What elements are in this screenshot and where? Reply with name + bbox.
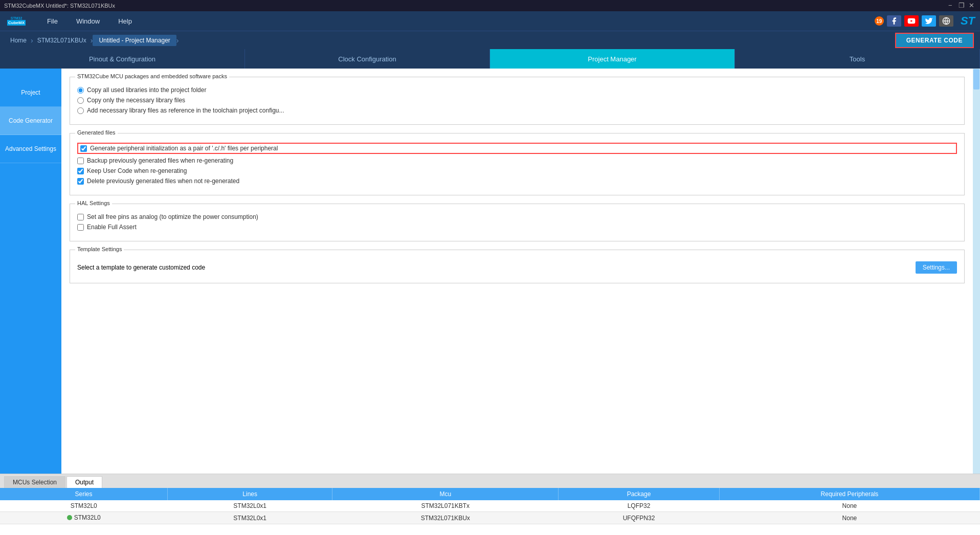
settings-button[interactable]: Settings... [916, 261, 957, 274]
radio-copy-necessary[interactable]: Copy only the necessary library files [77, 97, 957, 104]
sidebar: Project Code Generator Advanced Settings [0, 69, 61, 474]
cell-lines-0: STM32L0x1 [167, 500, 332, 512]
network-icon[interactable] [939, 15, 953, 27]
menu-window[interactable]: Window [67, 11, 109, 31]
mcu-packages-section: STM32Cube MCU packages and embedded soft… [70, 77, 965, 125]
titlebar: STM32CubeMX Untitled*: STM32L071KBUx − ❐… [0, 0, 980, 11]
tab-mcus-selection[interactable]: MCUs Selection [4, 476, 65, 488]
sidebar-item-project[interactable]: Project [0, 79, 61, 107]
restore-button[interactable]: ❐ [959, 2, 966, 9]
output-table: Series Lines Mcu Package Required Periph… [0, 488, 980, 524]
col-mcu: Mcu [332, 488, 559, 500]
titlebar-title: STM32CubeMX Untitled*: STM32L071KBUx [4, 3, 115, 9]
content-area: Project Code Generator Advanced Settings… [0, 69, 980, 474]
selected-row-indicator: STM32L0 [67, 514, 101, 521]
sidebar-item-advanced-settings[interactable]: Advanced Settings [0, 135, 61, 163]
table-row: STM32L0 STM32L0x1 STM32L071KBTx LQFP32 N… [0, 500, 980, 512]
generated-files-legend: Generated files [75, 129, 118, 136]
tab-clock-configuration[interactable]: Clock Configuration [245, 49, 490, 69]
template-label: Select a template to generate customized… [77, 264, 205, 271]
breadcrumb-home[interactable]: Home [6, 37, 31, 44]
youtube-icon[interactable] [904, 15, 919, 27]
output-table-area: Series Lines Mcu Package Required Periph… [0, 488, 980, 535]
mcu-packages-legend: STM32Cube MCU packages and embedded soft… [75, 73, 229, 79]
check-delete-generated[interactable]: Delete previously generated files when n… [77, 177, 957, 185]
right-scrollbar[interactable] [973, 69, 980, 474]
tab-tools[interactable]: Tools [735, 49, 980, 69]
st-logo: ST [961, 14, 975, 28]
generated-files-section: Generated files Generate peripheral init… [70, 133, 965, 195]
twitter-icon[interactable] [922, 15, 936, 27]
col-peripherals: Required Peripherals [719, 488, 979, 500]
cell-mcu-1: STM32L071KBUx [332, 512, 559, 524]
tab-project-manager[interactable]: Project Manager [490, 49, 735, 69]
hal-settings-legend: HAL Settings [75, 200, 112, 206]
breadcrumb-project[interactable]: Untitled - Project Manager [93, 35, 176, 46]
cell-peripherals-0: None [719, 500, 979, 512]
main-tabs: Pinout & Configuration Clock Configurati… [0, 49, 980, 69]
hal-settings-section: HAL Settings Set all free pins as analog… [70, 204, 965, 241]
check-set-free-pins[interactable]: Set all free pins as analog (to optimize… [77, 213, 957, 220]
logo-area: STM32 CubeMX [5, 13, 28, 29]
facebook-icon[interactable] [887, 15, 901, 27]
col-lines: Lines [167, 488, 332, 500]
col-series: Series [0, 488, 167, 500]
tab-output[interactable]: Output [66, 476, 102, 488]
menu-file[interactable]: File [38, 11, 67, 31]
main-panel: STM32Cube MCU packages and embedded soft… [61, 69, 973, 474]
breadcrumb-mcu[interactable]: STM32L071KBUx [33, 37, 91, 44]
cell-series-1: STM32L0 [0, 512, 167, 524]
generate-code-button[interactable]: GENERATE CODE [895, 33, 974, 48]
tab-pinout-configuration[interactable]: Pinout & Configuration [0, 49, 245, 69]
template-row: Select a template to generate customized… [77, 259, 957, 276]
check-enable-full-assert[interactable]: Enable Full Assert [77, 224, 957, 231]
scroll-thumb[interactable] [973, 69, 979, 90]
stm32-logo: STM32 CubeMX [5, 13, 28, 29]
notification-badge[interactable]: 19 [875, 16, 884, 26]
check-generate-peripheral[interactable]: Generate peripheral initialization as a … [77, 143, 957, 154]
cell-lines-1: STM32L0x1 [167, 512, 332, 524]
breadcrumb: Home › STM32L071KBUx › Untitled - Projec… [0, 31, 980, 49]
radio-add-reference[interactable]: Add necessary library files as reference… [77, 107, 957, 114]
close-button[interactable]: ✕ [969, 2, 976, 9]
template-settings-section: Template Settings Select a template to g… [70, 250, 965, 283]
titlebar-controls: − ❐ ✕ [948, 2, 976, 9]
cell-package-0: LQFP32 [559, 500, 720, 512]
bottom-tabs: MCUs Selection Output [0, 474, 980, 488]
check-keep-user-code[interactable]: Keep User Code when re-generating [77, 167, 957, 174]
cell-peripherals-1: None [719, 512, 979, 524]
menu-help[interactable]: Help [109, 11, 141, 31]
check-backup[interactable]: Backup previously generated files when r… [77, 157, 957, 164]
cell-mcu-0: STM32L071KBTx [332, 500, 559, 512]
radio-copy-all[interactable]: Copy all used libraries into the project… [77, 86, 957, 94]
col-package: Package [559, 488, 720, 500]
table-row: STM32L0 STM32L0x1 STM32L071KBUx UFQFPN32… [0, 512, 980, 524]
sidebar-item-code-generator[interactable]: Code Generator [0, 107, 61, 135]
green-dot [67, 515, 72, 520]
minimize-button[interactable]: − [948, 2, 955, 9]
cell-package-1: UFQFPN32 [559, 512, 720, 524]
menubar: STM32 CubeMX File Window Help 19 ST [0, 11, 980, 31]
cell-series-0: STM32L0 [0, 500, 167, 512]
template-settings-legend: Template Settings [75, 246, 124, 252]
social-area: 19 ST [875, 14, 975, 28]
